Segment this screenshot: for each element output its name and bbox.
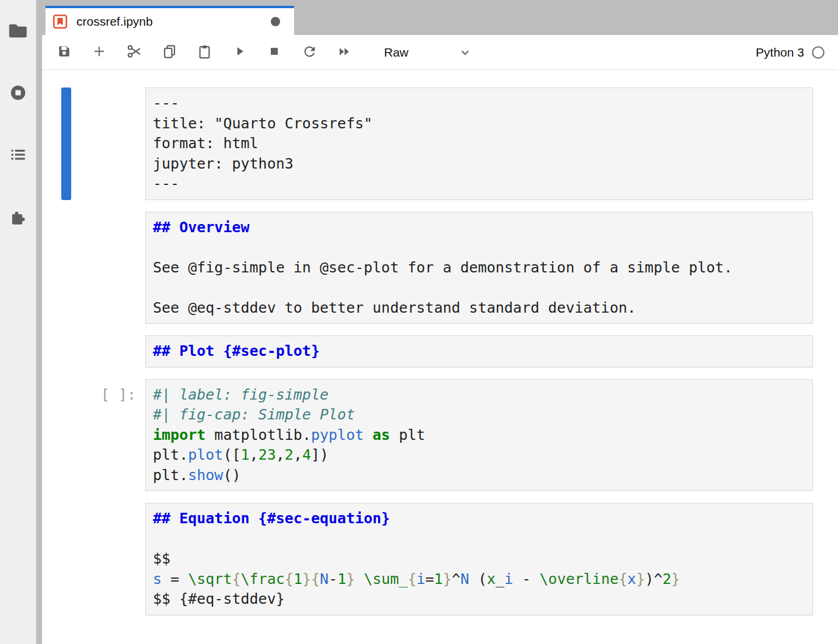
- sidebar-item-table-of-contents[interactable]: [0, 124, 36, 186]
- cell-collapser[interactable]: [61, 379, 71, 492]
- token: 4: [302, 446, 311, 463]
- unsaved-changes-dot-icon[interactable]: [271, 17, 280, 26]
- token: {: [408, 570, 417, 587]
- code-line: #| label: fig-simple: [153, 385, 808, 405]
- token: (): [223, 467, 240, 484]
- run-cell-button[interactable]: [226, 40, 252, 65]
- token: jupyter: python3: [153, 155, 294, 172]
- token: $$ {#eq-stddev}: [153, 590, 285, 607]
- token: }: [443, 570, 452, 587]
- cell-execution-prompt: [71, 212, 145, 324]
- token: {: [311, 570, 320, 587]
- code-line: $$: [153, 549, 808, 569]
- cell-editor[interactable]: #| label: fig-simple#| fig-cap: Simple P…: [145, 379, 813, 492]
- save-button[interactable]: [51, 40, 77, 65]
- sidebar-item-extension-manager[interactable]: [0, 186, 36, 247]
- token: pyplot: [311, 426, 364, 443]
- token: 1: [241, 446, 250, 463]
- token: 23: [259, 446, 276, 463]
- token: ([: [223, 446, 240, 463]
- token: {: [619, 570, 627, 587]
- code-line: plt.show(): [153, 466, 808, 486]
- tab-crossref-ipynb[interactable]: crossref.ipynb: [46, 6, 294, 35]
- token: \sum_: [364, 570, 407, 587]
- chevron-down-icon: [458, 46, 472, 60]
- token: 1: [337, 570, 346, 587]
- puzzle-icon: [9, 207, 27, 226]
- code-line: [153, 237, 808, 258]
- code-line: ## Plot {#sec-plot}: [153, 341, 808, 362]
- notebook-cells: ---title: "Quarto Crossrefs"format: html…: [42, 88, 838, 615]
- dock-panel-divider: [36, 0, 42, 644]
- code-line: ## Overview: [153, 218, 808, 238]
- code-line: import matplotlib.pyplot as plt: [153, 425, 808, 446]
- token: plt.: [153, 467, 188, 484]
- token: -: [329, 570, 337, 587]
- stop-circle-icon: [9, 83, 27, 102]
- token: ---: [153, 175, 179, 192]
- code-line: ---: [153, 93, 808, 114]
- code-line: jupyter: python3: [153, 154, 808, 174]
- plus-icon: [92, 44, 107, 61]
- token: i: [417, 570, 425, 587]
- notebook-cell-markdown: ## Plot {#sec-plot}: [42, 335, 838, 368]
- copy-icon: [162, 44, 177, 61]
- code-line: [153, 278, 808, 298]
- notebook-toolbar: Raw Python 3: [42, 35, 838, 70]
- cell-editor[interactable]: ## Equation {#sec-equation}$$s = \sqrt{\…: [145, 503, 813, 615]
- save-icon: [57, 44, 72, 61]
- token: N: [320, 570, 329, 587]
- sidebar-item-running-sessions[interactable]: [0, 62, 36, 124]
- token: 2: [662, 570, 671, 587]
- code-line: format: html: [153, 134, 808, 154]
- paste-cells-button[interactable]: [191, 40, 217, 65]
- restart-run-all-button[interactable]: [331, 40, 357, 65]
- code-line: ## Equation {#sec-equation}: [153, 509, 808, 529]
- stop-icon: [267, 44, 282, 61]
- token: format: html: [153, 135, 259, 152]
- notebook-icon: [53, 14, 68, 29]
- copy-cells-button[interactable]: [156, 40, 182, 65]
- cell-type-dropdown[interactable]: Raw: [384, 46, 472, 60]
- activity-sidebar: [0, 0, 36, 644]
- cell-editor[interactable]: ## OverviewSee @fig-simple in @sec-plot …: [145, 212, 813, 324]
- token: 2: [285, 446, 294, 463]
- token: =: [425, 570, 434, 587]
- token: plot: [188, 446, 223, 463]
- token: N: [460, 570, 469, 587]
- token: ## Plot {#sec-plot}: [153, 342, 320, 359]
- notebook-panel: ---title: "Quarto Crossrefs"format: html…: [42, 70, 838, 644]
- token: See @fig-simple in @sec-plot for a demon…: [153, 259, 732, 276]
- tab-bar: crossref.ipynb: [42, 0, 838, 35]
- token: {: [232, 570, 240, 587]
- token: }: [671, 570, 680, 587]
- token: \sqrt: [188, 570, 232, 587]
- fast-forward-icon: [337, 44, 352, 61]
- insert-cell-button[interactable]: [86, 40, 112, 65]
- cell-collapser[interactable]: [61, 335, 71, 368]
- token: ## Overview: [153, 219, 250, 236]
- sidebar-item-file-browser[interactable]: [0, 0, 36, 62]
- cell-editor[interactable]: ---title: "Quarto Crossrefs"format: html…: [145, 88, 813, 200]
- token: as: [372, 426, 390, 443]
- interrupt-kernel-button[interactable]: [261, 40, 287, 65]
- code-line: s = \sqrt{\frac{1}{N-1} \sum_{i=1}^N (x_…: [153, 569, 808, 590]
- cell-editor[interactable]: ## Plot {#sec-plot}: [145, 335, 813, 368]
- notebook-cell-raw: ---title: "Quarto Crossrefs"format: html…: [42, 88, 838, 200]
- token: #| fig-cap: Simple Plot: [153, 406, 355, 423]
- kernel-indicator[interactable]: Python 3: [756, 46, 838, 60]
- toc-list-icon: [9, 145, 27, 164]
- code-line: plt.plot([1,23,2,4]): [153, 445, 808, 466]
- cell-collapser[interactable]: [61, 503, 71, 615]
- token: }: [302, 570, 311, 587]
- token: s: [153, 570, 162, 587]
- cell-collapser[interactable]: [61, 88, 71, 200]
- cell-execution-prompt: [ ]:: [71, 379, 145, 492]
- cell-collapser[interactable]: [61, 212, 71, 324]
- restart-kernel-button[interactable]: [296, 40, 322, 65]
- cell-execution-prompt: [71, 503, 145, 615]
- token: ]): [311, 446, 329, 463]
- token: }: [346, 570, 355, 587]
- cell-execution-prompt: [71, 335, 145, 368]
- cut-cells-button[interactable]: [121, 40, 147, 65]
